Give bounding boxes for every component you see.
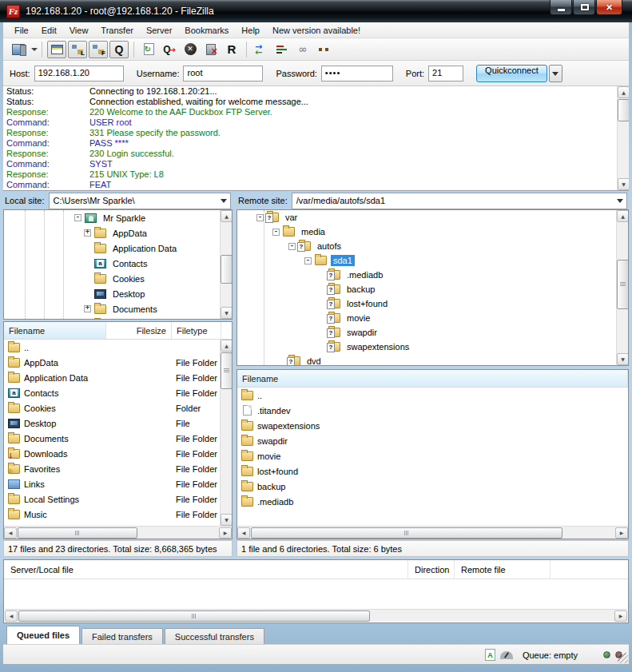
tree-item-backup[interactable]: backup [237, 282, 628, 296]
remote-tree-scrollbar[interactable]: ▲ ▼ [616, 210, 628, 365]
tree-item-application-data[interactable]: Application Data [4, 241, 232, 256]
resize-grip[interactable] [618, 653, 628, 663]
menu-new-version[interactable]: New version available! [266, 24, 367, 37]
menu-transfer[interactable]: Transfer [94, 24, 140, 37]
list-item[interactable]: swapdir [237, 433, 628, 448]
password-input[interactable]: •••• [321, 66, 393, 82]
column-filename[interactable]: Filename [237, 370, 628, 387]
host-input[interactable]: 192.168.1.20 [34, 66, 124, 82]
scroll-right-icon[interactable]: ▶ [615, 527, 628, 539]
collapse-icon[interactable] [304, 257, 312, 264]
scroll-up-icon[interactable]: ▲ [221, 210, 233, 222]
chevron-down-icon[interactable] [617, 199, 623, 203]
tree-item-sda1[interactable]: sda1 [237, 253, 628, 268]
remote-tree-scrollbar-thumb[interactable] [617, 260, 629, 309]
chevron-down-icon[interactable] [221, 199, 227, 203]
expand-icon[interactable] [84, 229, 91, 237]
tree-item-downloads[interactable]: Downloads [4, 316, 232, 320]
tree-item-dvd[interactable]: dvd [237, 354, 628, 366]
tree-item-contacts[interactable]: Contacts [4, 256, 232, 271]
synchronized-browsing-button[interactable] [293, 41, 312, 58]
tree-item-autofs[interactable]: autofs [237, 239, 628, 253]
queue-hscrollbar-thumb[interactable] [18, 610, 370, 622]
remote-site-combo[interactable]: /var/media/autofs/sda1 [292, 193, 627, 209]
quickconnect-button[interactable]: Quickconnect [476, 65, 547, 82]
list-item[interactable]: LinksFile Folder [4, 476, 232, 491]
scroll-up-icon[interactable]: ▲ [617, 210, 629, 222]
list-item[interactable]: DownloadsFile Folder [4, 446, 232, 461]
log-scrollbar-thumb[interactable] [618, 99, 629, 121]
list-item[interactable]: .. [237, 388, 628, 403]
scroll-down-icon[interactable]: ▼ [221, 514, 233, 526]
scroll-left-icon[interactable]: ◀ [5, 610, 18, 622]
menu-edit[interactable]: Edit [35, 24, 63, 37]
disconnect-button[interactable] [201, 41, 221, 58]
tree-item-swapdir[interactable]: swapdir [237, 325, 628, 340]
title-bar[interactable]: Fz 192.168.1.20 - root@192.168.1.20 - Fi… [0, 0, 632, 22]
scroll-up-icon[interactable]: ▲ [618, 86, 629, 98]
collapse-icon[interactable] [272, 229, 280, 236]
collapse-icon[interactable] [256, 214, 264, 221]
scroll-down-icon[interactable]: ▼ [221, 307, 233, 319]
menu-bookmarks[interactable]: Bookmarks [178, 24, 235, 37]
column-filetype[interactable]: Filetype [172, 322, 221, 339]
tab-successful-transfers[interactable]: Successful transfers [165, 628, 264, 644]
list-item[interactable]: CookiesFolder [4, 400, 232, 416]
port-input[interactable]: 21 [428, 66, 463, 82]
tab-failed-transfers[interactable]: Failed transfers [81, 628, 163, 644]
expand-icon[interactable] [84, 305, 91, 312]
toggle-queue-button[interactable] [109, 41, 129, 58]
list-item[interactable]: FavoritesFile Folder [4, 461, 232, 476]
maximize-button[interactable] [573, 0, 595, 15]
tree-item-mr-sparkle[interactable]: Mr Sparkle [4, 210, 232, 225]
minimize-button[interactable] [550, 0, 572, 15]
tree-item-movie[interactable]: movie [237, 311, 628, 325]
cancel-button[interactable] [181, 41, 200, 58]
list-item[interactable]: DesktopFile [4, 416, 232, 431]
site-manager-button[interactable] [9, 41, 28, 58]
username-input[interactable]: root [183, 66, 263, 82]
scroll-down-icon[interactable]: ▼ [617, 353, 629, 365]
column-filename[interactable]: Filename [4, 322, 106, 339]
list-item[interactable]: AppDataFile Folder [4, 355, 232, 370]
scroll-right-icon[interactable]: ▶ [614, 610, 627, 622]
queue-hscrollbar[interactable]: ◀ ▶ [5, 609, 627, 622]
directory-comparison-button[interactable] [252, 41, 271, 58]
log-scrollbar[interactable]: ▲ ▼ [617, 86, 629, 190]
scroll-right-icon[interactable]: ▶ [219, 527, 232, 539]
tree-item-appdata[interactable]: AppData [4, 225, 232, 241]
menu-file[interactable]: File [8, 24, 35, 37]
tab-queued-files[interactable]: Queued files [6, 626, 80, 644]
menu-server[interactable]: Server [140, 24, 178, 37]
list-item[interactable]: ContactsFile Folder [4, 385, 232, 400]
tree-item-documents[interactable]: Documents [4, 301, 232, 316]
list-item[interactable]: Local SettingsFile Folder [4, 491, 232, 507]
local-list-hscrollbar-thumb[interactable] [18, 527, 137, 539]
list-item[interactable]: lost+found [237, 463, 628, 479]
close-button[interactable]: ✕ [596, 0, 622, 15]
tree-item-desktop[interactable]: Desktop [4, 286, 232, 301]
list-item[interactable]: Application DataFile Folder [4, 370, 232, 385]
tree-item-swapextensions[interactable]: swapextensions [237, 340, 628, 354]
remote-list-hscrollbar-thumb[interactable] [251, 527, 562, 539]
quickconnect-dropdown-button[interactable] [549, 65, 562, 82]
column-server-local-file[interactable]: Server/Local file [4, 560, 408, 579]
tree-item-media[interactable]: media [237, 225, 628, 239]
process-queue-button[interactable] [160, 41, 179, 58]
refresh-button[interactable] [139, 41, 158, 58]
list-item[interactable]: DocumentsFile Folder [4, 431, 232, 446]
list-item[interactable]: .mediadb [237, 494, 628, 509]
list-item[interactable]: backup [237, 479, 628, 494]
list-item[interactable]: .. [4, 340, 232, 355]
menu-help[interactable]: Help [235, 24, 266, 37]
scroll-down-icon[interactable]: ▼ [618, 178, 629, 190]
collapse-icon[interactable] [74, 214, 81, 221]
tree-item-mediadb[interactable]: .mediadb [237, 268, 628, 282]
local-list-scrollbar-thumb[interactable] [221, 352, 233, 389]
column-direction[interactable]: Direction [408, 560, 455, 579]
filter-button[interactable] [272, 41, 292, 58]
tree-item-cookies[interactable]: Cookies [4, 271, 232, 286]
list-item[interactable]: movie [237, 448, 628, 463]
site-manager-dropdown-icon[interactable] [31, 48, 38, 51]
local-list-hscrollbar[interactable]: ◀ ▶ [4, 526, 232, 539]
